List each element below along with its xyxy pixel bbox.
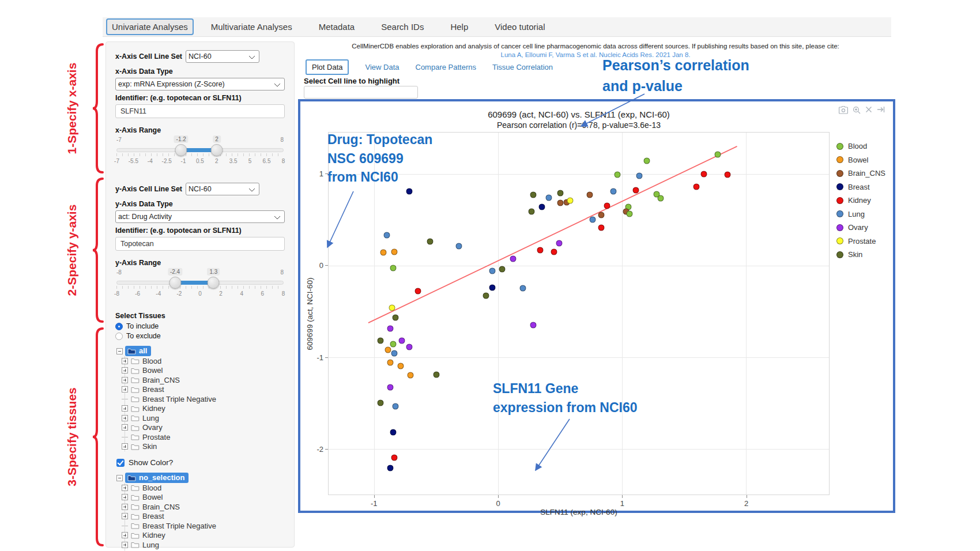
- tissue-color-item-blood[interactable]: Blood: [125, 483, 285, 493]
- data-point-skin[interactable]: [378, 337, 384, 344]
- data-point-lung[interactable]: [589, 217, 595, 223]
- tab-metadata[interactable]: Metadata: [314, 20, 360, 34]
- tissue-include-item-prostate[interactable]: Prostate: [125, 432, 285, 442]
- tab-view-data[interactable]: View Data: [365, 63, 399, 71]
- data-point-skin[interactable]: [557, 190, 563, 196]
- data-point-lung[interactable]: [520, 285, 526, 292]
- tree-collapse-toggle[interactable]: [116, 348, 123, 354]
- data-point-ovary[interactable]: [387, 326, 394, 332]
- data-point-skin[interactable]: [378, 400, 384, 406]
- legend-item-blood[interactable]: Blood: [836, 142, 885, 150]
- legend-item-bowel[interactable]: Bowel: [836, 156, 885, 164]
- data-point-ovary[interactable]: [406, 344, 412, 350]
- data-point-kidney[interactable]: [414, 288, 421, 295]
- x-cell-line-set-select[interactable]: NCI-60: [186, 50, 259, 63]
- tree-expand-toggle[interactable]: [122, 494, 128, 500]
- show-color-checkbox[interactable]: [116, 459, 125, 467]
- tab-help[interactable]: Help: [446, 20, 473, 34]
- data-point-prostate[interactable]: [389, 304, 395, 311]
- y-data-type-select[interactable]: act: Drug Activity: [115, 210, 285, 223]
- tree-expand-toggle[interactable]: [122, 358, 128, 364]
- data-point-prostate[interactable]: [567, 197, 573, 203]
- data-point-blood[interactable]: [614, 172, 620, 178]
- tissue-include-item-blood[interactable]: Blood: [125, 356, 285, 366]
- data-point-brain_cns[interactable]: [557, 200, 563, 206]
- data-point-kidney[interactable]: [701, 171, 707, 177]
- legend-item-brain_cns[interactable]: Brain_CNS: [836, 169, 885, 178]
- data-point-kidney[interactable]: [604, 203, 610, 209]
- data-point-lung[interactable]: [455, 243, 462, 250]
- x-axis-range-slider[interactable]: -7 8 -1.2 2 -7-5.5-4-2.5-10.523.556.58: [116, 137, 284, 170]
- tree-expand-toggle[interactable]: [122, 443, 128, 450]
- legend-item-ovary[interactable]: Ovary: [836, 223, 885, 232]
- data-point-kidney[interactable]: [537, 247, 544, 253]
- tissue-color-item-lung[interactable]: Lung: [125, 540, 285, 550]
- tissue-color-item-breast[interactable]: Breast: [125, 512, 285, 522]
- data-point-bowel[interactable]: [407, 372, 413, 379]
- data-point-skin[interactable]: [499, 266, 505, 272]
- tissue-include-item-lung[interactable]: Lung: [125, 413, 285, 423]
- radio-to-exclude[interactable]: To exclude: [115, 332, 285, 340]
- data-point-ovary[interactable]: [530, 322, 536, 328]
- tree-expand-toggle[interactable]: [122, 367, 128, 373]
- data-point-kidney[interactable]: [598, 225, 604, 231]
- data-point-blood[interactable]: [627, 211, 633, 217]
- data-point-breast[interactable]: [390, 429, 396, 435]
- tree-expand-toggle[interactable]: [122, 377, 128, 383]
- tree-expand-toggle[interactable]: [122, 405, 128, 412]
- radio-to-include[interactable]: To include: [115, 322, 285, 330]
- tree-expand-toggle[interactable]: [122, 485, 128, 491]
- legend-item-skin[interactable]: Skin: [836, 250, 885, 259]
- citation-link[interactable]: Luna A, Elloumi F, Varma S et al. Nuclei…: [300, 51, 891, 58]
- legend-item-kidney[interactable]: Kidney: [836, 196, 885, 205]
- pan-arrow-icon[interactable]: [877, 106, 885, 113]
- data-point-kidney[interactable]: [693, 183, 700, 190]
- legend-item-prostate[interactable]: Prostate: [836, 237, 885, 246]
- data-point-brain_cns[interactable]: [598, 212, 604, 218]
- radio-to-include-control[interactable]: [115, 323, 123, 330]
- tree-expand-toggle[interactable]: [122, 504, 128, 510]
- tree-collapse-toggle[interactable]: [116, 475, 123, 481]
- data-point-skin[interactable]: [529, 208, 535, 214]
- tissue-include-root[interactable]: all: [116, 346, 285, 356]
- tissue-include-item-ovary[interactable]: Ovary: [125, 423, 285, 433]
- data-point-blood[interactable]: [390, 265, 396, 271]
- data-point-lung[interactable]: [546, 194, 552, 201]
- tissue-color-item-brain-cns[interactable]: Brain_CNS: [125, 502, 285, 512]
- tab-univariate-analyses[interactable]: Univariate Analyses: [106, 18, 194, 35]
- data-point-blood[interactable]: [714, 152, 721, 158]
- data-point-skin[interactable]: [393, 315, 399, 321]
- data-point-blood[interactable]: [657, 195, 664, 202]
- data-point-ovary[interactable]: [510, 256, 517, 262]
- tab-search-ids[interactable]: Search IDs: [376, 20, 428, 34]
- data-point-bowel[interactable]: [380, 250, 386, 256]
- x-slider-handle-to[interactable]: [211, 144, 223, 156]
- camera-icon[interactable]: [839, 106, 848, 114]
- data-point-ovary[interactable]: [556, 240, 562, 247]
- tissue-color-item-bowel[interactable]: Bowel: [125, 493, 285, 503]
- data-point-ovary[interactable]: [387, 384, 394, 390]
- legend-item-breast[interactable]: Breast: [836, 183, 885, 191]
- show-color-row[interactable]: Show Color?: [116, 458, 285, 467]
- tissue-include-item-breast-triple-negative[interactable]: Breast Triple Negative: [125, 394, 285, 404]
- data-point-breast[interactable]: [538, 203, 545, 210]
- data-point-kidney[interactable]: [632, 187, 639, 194]
- zoom-in-icon[interactable]: [853, 106, 861, 114]
- data-point-breast[interactable]: [387, 465, 394, 471]
- tree-expand-toggle[interactable]: [122, 415, 128, 421]
- tissue-color-item-kidney[interactable]: Kidney: [125, 531, 285, 541]
- data-point-lung[interactable]: [393, 403, 399, 410]
- y-slider-handle-from[interactable]: [169, 277, 181, 289]
- data-point-kidney[interactable]: [391, 455, 397, 461]
- close-icon[interactable]: [865, 106, 872, 113]
- data-point-breast[interactable]: [406, 188, 412, 194]
- tree-expand-toggle[interactable]: [122, 513, 128, 519]
- data-point-brain_cns[interactable]: [587, 192, 593, 198]
- tissue-include-item-kidney[interactable]: Kidney: [125, 404, 285, 414]
- tab-plot-data[interactable]: Plot Data: [306, 59, 349, 75]
- y-slider-handle-to[interactable]: [208, 277, 220, 289]
- data-point-blood[interactable]: [644, 158, 650, 164]
- data-point-bowel[interactable]: [387, 360, 394, 366]
- highlight-cell-line-input[interactable]: [304, 86, 418, 99]
- tissue-include-item-bowel[interactable]: Bowel: [125, 366, 285, 376]
